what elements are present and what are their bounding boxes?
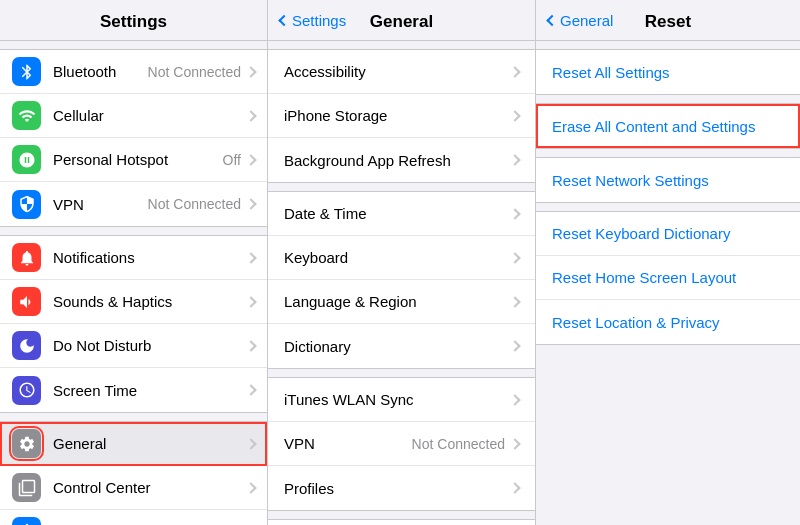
display-brightness-row[interactable]: Display & Brightness [0, 510, 267, 525]
vpn-general-chevron [509, 438, 520, 449]
cellular-icon [12, 101, 41, 130]
screen-time-icon [12, 376, 41, 405]
control-center-chevron [245, 482, 256, 493]
vpn-row[interactable]: VPN Not Connected [0, 182, 267, 226]
cellular-label: Cellular [53, 107, 247, 124]
bluetooth-chevron [245, 66, 256, 77]
general-section-3: iTunes WLAN Sync VPN Not Connected Profi… [268, 377, 535, 511]
general-icon [12, 429, 41, 458]
personal-hotspot-row[interactable]: Personal Hotspot Off [0, 138, 267, 182]
vpn-general-row[interactable]: VPN Not Connected [268, 422, 535, 466]
keyboard-chevron [509, 252, 520, 263]
background-app-refresh-label: Background App Refresh [284, 152, 511, 169]
vpn-chevron [245, 198, 256, 209]
reset-all-settings-label: Reset All Settings [552, 64, 670, 81]
settings-list: Bluetooth Not Connected Cellular Persona… [0, 41, 267, 525]
erase-all-content-row[interactable]: Erase All Content and Settings [536, 104, 800, 148]
language-region-label: Language & Region [284, 293, 511, 310]
reset-all-settings-row[interactable]: Reset All Settings [536, 50, 800, 94]
date-time-row[interactable]: Date & Time [268, 192, 535, 236]
language-region-chevron [509, 296, 520, 307]
itunes-wlan-sync-chevron [509, 394, 520, 405]
general-list: Accessibility iPhone Storage Background … [268, 41, 535, 525]
general-back-label: General [560, 12, 613, 29]
general-header: Settings General [268, 0, 535, 41]
bluetooth-icon [12, 57, 41, 86]
settings-column: Settings Bluetooth Not Connected Cellula… [0, 0, 268, 525]
reset-network-settings-row[interactable]: Reset Network Settings [536, 158, 800, 202]
personal-hotspot-icon [12, 145, 41, 174]
dictionary-label: Dictionary [284, 338, 511, 355]
notifications-row[interactable]: Notifications [0, 236, 267, 280]
screen-time-chevron [245, 384, 256, 395]
settings-back-button[interactable]: Settings [280, 12, 346, 29]
sounds-haptics-row[interactable]: Sounds & Haptics [0, 280, 267, 324]
date-time-label: Date & Time [284, 205, 511, 222]
control-center-row[interactable]: Control Center [0, 466, 267, 510]
reset-keyboard-dictionary-label: Reset Keyboard Dictionary [552, 225, 730, 242]
vpn-label: VPN [53, 196, 148, 213]
notifications-chevron [245, 252, 256, 263]
screen-time-label: Screen Time [53, 382, 247, 399]
back-chevron-icon [278, 14, 289, 25]
background-app-refresh-row[interactable]: Background App Refresh [268, 138, 535, 182]
bluetooth-value: Not Connected [148, 64, 241, 80]
regulatory-row[interactable]: Regulatory [268, 520, 535, 525]
settings-title: Settings [100, 12, 167, 31]
date-time-chevron [509, 208, 520, 219]
iphone-storage-row[interactable]: iPhone Storage [268, 94, 535, 138]
reset-title: Reset [645, 12, 691, 31]
itunes-wlan-sync-row[interactable]: iTunes WLAN Sync [268, 378, 535, 422]
dictionary-row[interactable]: Dictionary [268, 324, 535, 368]
dictionary-chevron [509, 340, 520, 351]
reset-column: General Reset Reset All Settings Erase A… [536, 0, 800, 525]
reset-section-2: Erase All Content and Settings [536, 103, 800, 149]
personal-hotspot-chevron [245, 154, 256, 165]
do-not-disturb-label: Do Not Disturb [53, 337, 247, 354]
sounds-haptics-label: Sounds & Haptics [53, 293, 247, 310]
control-center-icon [12, 473, 41, 502]
general-row[interactable]: General [0, 422, 267, 466]
general-label: General [53, 435, 247, 452]
notifications-label: Notifications [53, 249, 247, 266]
vpn-icon [12, 190, 41, 219]
keyboard-label: Keyboard [284, 249, 511, 266]
reset-location-privacy-row[interactable]: Reset Location & Privacy [536, 300, 800, 344]
reset-keyboard-dictionary-row[interactable]: Reset Keyboard Dictionary [536, 212, 800, 256]
settings-header: Settings [0, 0, 267, 41]
display-brightness-icon [12, 517, 41, 525]
keyboard-row[interactable]: Keyboard [268, 236, 535, 280]
profiles-chevron [509, 482, 520, 493]
profiles-label: Profiles [284, 480, 511, 497]
itunes-wlan-sync-label: iTunes WLAN Sync [284, 391, 511, 408]
iphone-storage-label: iPhone Storage [284, 107, 511, 124]
reset-home-screen-layout-label: Reset Home Screen Layout [552, 269, 736, 286]
reset-home-screen-layout-row[interactable]: Reset Home Screen Layout [536, 256, 800, 300]
reset-location-privacy-label: Reset Location & Privacy [552, 314, 720, 331]
settings-section-2: Notifications Sounds & Haptics Do Not Di… [0, 235, 267, 413]
screen-time-row[interactable]: Screen Time [0, 368, 267, 412]
accessibility-row[interactable]: Accessibility [268, 50, 535, 94]
reset-network-settings-label: Reset Network Settings [552, 172, 709, 189]
general-section-1: Accessibility iPhone Storage Background … [268, 49, 535, 183]
bluetooth-row[interactable]: Bluetooth Not Connected [0, 50, 267, 94]
do-not-disturb-chevron [245, 340, 256, 351]
personal-hotspot-label: Personal Hotspot [53, 151, 223, 168]
accessibility-label: Accessibility [284, 63, 511, 80]
reset-section-4: Reset Keyboard Dictionary Reset Home Scr… [536, 211, 800, 345]
do-not-disturb-row[interactable]: Do Not Disturb [0, 324, 267, 368]
cellular-row[interactable]: Cellular [0, 94, 267, 138]
profiles-row[interactable]: Profiles [268, 466, 535, 510]
general-back-chevron-icon [546, 14, 557, 25]
cellular-chevron [245, 110, 256, 121]
language-region-row[interactable]: Language & Region [268, 280, 535, 324]
notifications-icon [12, 243, 41, 272]
personal-hotspot-value: Off [223, 152, 241, 168]
reset-section-1: Reset All Settings [536, 49, 800, 95]
erase-all-content-label: Erase All Content and Settings [552, 118, 755, 135]
vpn-general-label: VPN [284, 435, 412, 452]
iphone-storage-chevron [509, 110, 520, 121]
sounds-haptics-chevron [245, 296, 256, 307]
reset-section-3: Reset Network Settings [536, 157, 800, 203]
general-back-button[interactable]: General [548, 12, 613, 29]
